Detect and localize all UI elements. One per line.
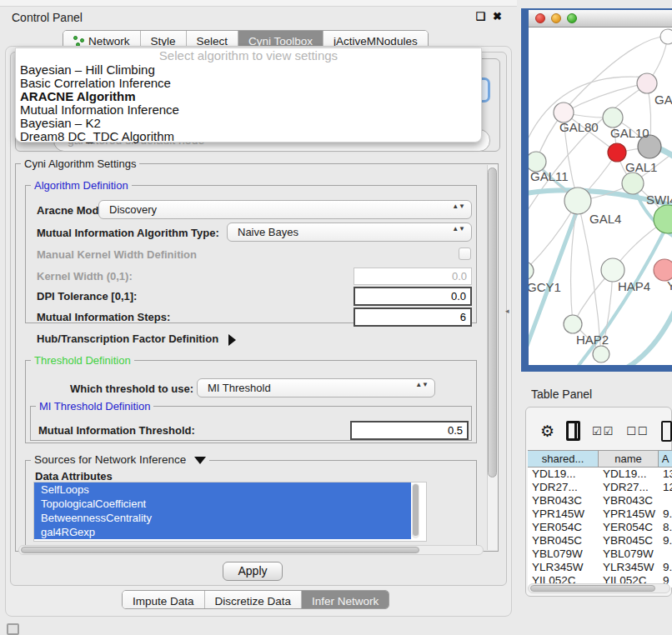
tab-impute-data[interactable]: Impute Data: [123, 591, 205, 608]
table-cell[interactable]: YBR045C: [599, 534, 659, 548]
attributes-scrollbar-thumb[interactable]: [413, 484, 419, 536]
table-cell[interactable]: YBR043C: [528, 494, 599, 508]
network-node-gal7[interactable]: [637, 73, 657, 93]
mi-steps-field[interactable]: 6: [354, 308, 472, 327]
data-attribute-item[interactable]: BetweennessCentrality: [34, 511, 411, 525]
splitter-handle[interactable]: ◂: [505, 307, 509, 315]
float-window-icon[interactable]: ❑: [475, 10, 485, 22]
table-cell[interactable]: YLR345W: [599, 561, 659, 574]
table-cell[interactable]: 8.: [659, 521, 672, 534]
column-header-partial[interactable]: A: [659, 451, 672, 467]
sources-expander[interactable]: Sources for Network Inference: [31, 453, 209, 466]
kernel-width-field[interactable]: 0.0: [354, 268, 472, 285]
table-cell[interactable]: YBL079W: [599, 548, 659, 561]
network-node-bottom-node[interactable]: [593, 346, 609, 362]
control-panel-title: Control Panel: [12, 11, 83, 24]
data-attribute-item[interactable]: SelfLoops: [34, 482, 411, 497]
table-cell[interactable]: YBL079W: [528, 548, 599, 561]
table-row[interactable]: YBL079WYBL079W: [528, 548, 672, 561]
algorithm-option[interactable]: Mutual Information Inference: [16, 103, 481, 117]
algorithm-option[interactable]: Bayesian – K2: [16, 117, 481, 130]
table-row[interactable]: YDR27...YDR27...12: [528, 481, 672, 494]
manual-kernel-checkbox[interactable]: [459, 248, 471, 260]
table-cell[interactable]: YER054C: [599, 521, 659, 534]
settings-hscrollbar-thumb[interactable]: [21, 547, 419, 553]
table-row[interactable]: YBR043CYBR043C: [528, 494, 672, 508]
table-row[interactable]: YER054CYER054C8.: [528, 521, 672, 534]
corner-widget-icon[interactable]: [7, 623, 19, 635]
table-cell[interactable]: YDL19...: [528, 468, 599, 481]
data-attribute-item[interactable]: gal4RGexp: [34, 525, 411, 539]
threshold-definition-title: Threshold Definition: [31, 354, 134, 367]
network-node-label: GAL10: [610, 126, 649, 140]
tab-discretize-data[interactable]: Discretize Data: [205, 591, 303, 608]
close-traffic-icon[interactable]: [535, 13, 545, 23]
table-row[interactable]: YBR045CYBR045C9.: [528, 534, 672, 548]
table-cell[interactable]: 12: [659, 481, 672, 494]
network-node-gcy1[interactable]: [529, 262, 534, 280]
algorithm-option[interactable]: Bayesian – Hill Climbing: [16, 63, 481, 77]
table-hscrollbar-thumb[interactable]: [530, 585, 655, 592]
network-node-big-green[interactable]: [654, 205, 672, 233]
close-window-icon[interactable]: ✖: [493, 10, 502, 22]
column-header-name[interactable]: name: [599, 451, 659, 467]
table-cell[interactable]: YBR045C: [528, 534, 599, 548]
table-cell[interactable]: YPR145W: [528, 508, 599, 521]
network-node-label: GAL: [654, 92, 672, 107]
sources-title: Sources for Network Inference: [34, 453, 186, 466]
network-view-window: GALGAL80GAL10GAL11GAL1SWI4GAL4GCY1HAP4YH…: [521, 8, 672, 372]
algorithm-option[interactable]: ARACNE Algorithm: [16, 90, 481, 103]
gear-icon[interactable]: ⚙: [540, 423, 554, 439]
table-cell[interactable]: YDR27...: [599, 481, 659, 494]
column-header-shared-name[interactable]: shared...: [528, 451, 599, 467]
table-cell[interactable]: YBR043C: [599, 494, 659, 508]
data-attributes-list[interactable]: SelfLoopsTopologicalCoefficientBetweenne…: [33, 482, 427, 542]
mi-type-combobox[interactable]: Naive Bayes ▲▼: [227, 222, 472, 242]
network-node-red-node[interactable]: [608, 143, 626, 162]
table-cell[interactable]: 9.: [659, 561, 672, 574]
table-row[interactable]: YPR145WYPR145W9.: [528, 508, 672, 521]
table-cell[interactable]: [659, 548, 672, 561]
unchecked-columns-icon[interactable]: ☐☐: [626, 425, 649, 438]
table-cell[interactable]: 9.: [659, 508, 672, 521]
zoom-traffic-icon[interactable]: [567, 13, 577, 23]
columns-icon[interactable]: [566, 421, 580, 441]
expander-right-icon: [228, 334, 236, 346]
network-node-hap2[interactable]: [564, 315, 582, 333]
network-canvas[interactable]: GALGAL80GAL10GAL11GAL1SWI4GAL4GCY1HAP4YH…: [529, 28, 672, 365]
checked-columns-icon[interactable]: ☑☑: [592, 425, 614, 438]
apply-button[interactable]: Apply: [223, 562, 283, 581]
document-icon[interactable]: [661, 421, 672, 442]
aracne-mode-combobox[interactable]: Discovery ▲▼: [98, 200, 472, 219]
mi-threshold-field[interactable]: 0.5: [350, 421, 469, 440]
table-cell[interactable]: YDL19...: [599, 468, 659, 481]
algorithm-option[interactable]: Basic Correlation Inference: [16, 77, 481, 90]
table-cell[interactable]: YLR345W: [528, 561, 599, 574]
minimize-traffic-icon[interactable]: [551, 13, 561, 23]
mi-type-label: Mutual Information Algorithm Type:: [37, 227, 219, 239]
network-node-swi4[interactable]: [622, 172, 644, 194]
table-cell[interactable]: [659, 494, 672, 508]
table-cell[interactable]: 9.: [659, 534, 672, 548]
network-node-hap4[interactable]: [601, 258, 624, 282]
table-cell[interactable]: 13: [659, 468, 672, 481]
which-threshold-combobox[interactable]: MI Threshold ▲▼: [197, 378, 435, 398]
dpi-tolerance-field[interactable]: 0.0: [354, 287, 472, 306]
settings-scrollbar-thumb[interactable]: [488, 168, 497, 478]
network-node-top-partial[interactable]: [660, 29, 672, 44]
table-header-row: shared... name A: [528, 450, 672, 468]
algorithm-option[interactable]: Dream8 DC_TDC Algorithm: [16, 130, 481, 143]
table-row[interactable]: YDL19...YDL19...13: [528, 468, 672, 481]
table-cell[interactable]: YER054C: [528, 521, 599, 534]
bottom-tabbar: Impute Data Discretize Data Infer Networ…: [122, 590, 389, 609]
network-window-titlebar[interactable]: [529, 10, 672, 28]
hub-definition-expander[interactable]: Hub/Transcription Factor Definition: [37, 332, 236, 346]
data-attribute-item[interactable]: TopologicalCoefficient: [34, 497, 411, 511]
table-row[interactable]: YLR345WYLR345W9.: [528, 561, 672, 574]
table-cell[interactable]: YDR27...: [528, 481, 599, 494]
network-node-gal10[interactable]: [603, 108, 623, 128]
tab-infer-network[interactable]: Infer Network: [302, 591, 389, 608]
network-node-gal4[interactable]: [564, 188, 591, 214]
algorithm-dropdown-list: Select algorithm to view settings Bayesi…: [15, 48, 482, 142]
table-cell[interactable]: YPR145W: [599, 508, 659, 521]
